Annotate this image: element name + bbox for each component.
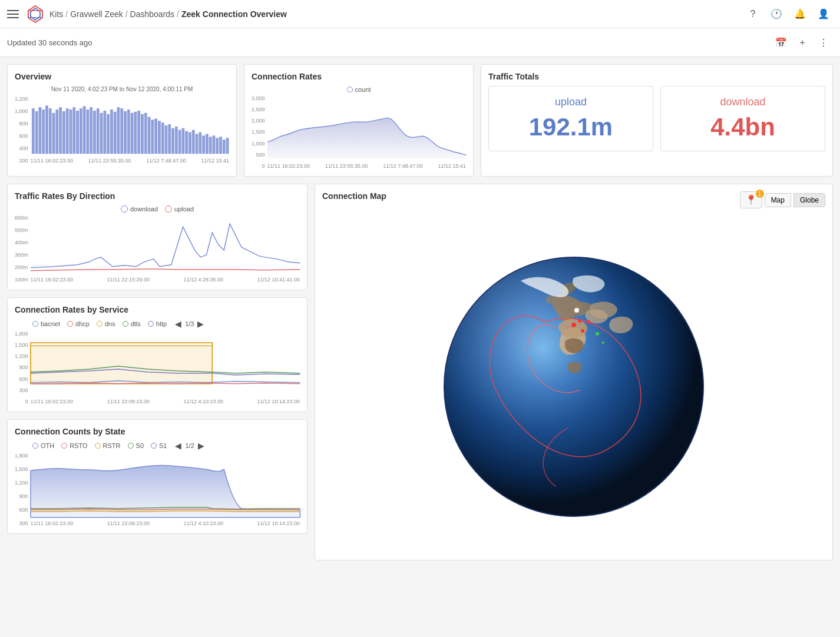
svg-rect-45 (171, 128, 174, 154)
svg-rect-22 (93, 111, 96, 154)
svg-rect-57 (212, 135, 215, 154)
upload-card: upload 192.1m (488, 86, 653, 151)
main-content: Overview Nov 11 2020, 4:02:23 PM to Nov … (0, 57, 840, 568)
svg-rect-43 (164, 125, 167, 154)
svg-rect-38 (147, 117, 150, 154)
right-column: Connection Map 📍 1 Map Globe (315, 184, 833, 560)
svg-rect-46 (174, 127, 177, 154)
state-chart: 11/11 16:02:23.00 11/11 22:06:23.00 11/1… (31, 453, 300, 526)
breadcrumb: Kits / Gravwell Zeek / Dashboards / Zeek… (49, 9, 287, 19)
breadcrumb-kits[interactable]: Kits (49, 9, 63, 19)
svg-point-69 (581, 329, 584, 333)
legend-rstr: RSTR (95, 442, 121, 449)
traffic-totals-panel: Traffic Totals upload 192.1m download 4.… (481, 64, 833, 177)
overview-date-range: Nov 11 2020, 4:02:23 PM to Nov 12 2020, … (15, 86, 229, 92)
svg-rect-9 (48, 108, 51, 154)
overview-title: Overview (15, 72, 229, 81)
svg-rect-7 (42, 110, 45, 154)
svg-rect-5 (35, 111, 38, 154)
service-y-axis: 1,8001,5001,2009006003000 (15, 331, 31, 404)
notifications-icon[interactable]: 🔔 (791, 5, 809, 24)
service-time-labels: 11/11 16:02:23.00 11/11 22:06:23.00 11/1… (31, 399, 300, 404)
upload-value: 192.1m (498, 113, 643, 141)
header: Kits / Gravwell Zeek / Dashboards / Zeek… (0, 0, 840, 28)
svg-rect-15 (69, 110, 72, 154)
download-card: download 4.4bn (660, 86, 825, 151)
traffic-rates-chart: 11/11 16:02:23.00 11/11 22:15:29.00 11/1… (31, 215, 300, 283)
legend-http: http (148, 320, 167, 327)
svg-rect-54 (202, 135, 205, 154)
connection-counts-state-title: Connection Counts by State (15, 427, 300, 436)
menu-button[interactable] (7, 10, 19, 18)
svg-rect-40 (154, 118, 157, 154)
svg-rect-25 (103, 111, 106, 154)
state-y-axis: 1,8001,5001,200900600300 (15, 453, 31, 526)
download-label: download (670, 96, 815, 108)
svg-rect-8 (45, 105, 48, 154)
overview-chart-container: 1,2001,000800600400200 (15, 96, 229, 164)
svg-rect-41 (158, 121, 161, 154)
svg-rect-24 (100, 113, 102, 154)
svg-rect-58 (216, 138, 219, 154)
state-legend: OTH RSTO RSTR S0 (15, 441, 300, 450)
breadcrumb-dashboards[interactable]: Dashboards (130, 9, 175, 19)
help-icon[interactable]: ? (743, 5, 762, 24)
legend-count: count (347, 86, 371, 93)
download-value: 4.4bn (670, 113, 815, 141)
upload-label: upload (498, 96, 643, 108)
overview-time-labels: 11/11 16:02:23.00 11/11 23:55:35.00 11/1… (31, 158, 229, 164)
legend-upload: upload (165, 205, 194, 213)
user-icon[interactable]: 👤 (814, 5, 833, 24)
breadcrumb-gravwell-zeek[interactable]: Gravwell Zeek (70, 9, 123, 19)
subheader-actions: 📅 ＋ ⋮ (772, 33, 833, 52)
svg-rect-18 (79, 108, 82, 154)
globe-button[interactable]: Globe (793, 193, 825, 207)
svg-rect-17 (76, 111, 79, 154)
legend-s0: S0 (128, 442, 144, 449)
svg-rect-37 (144, 113, 147, 154)
state-chart-container: 1,8001,5001,200900600300 (15, 453, 300, 526)
add-button[interactable]: ＋ (793, 33, 812, 52)
subheader: Updated 30 seconds ago 📅 ＋ ⋮ (0, 28, 840, 57)
map-pin-button[interactable]: 📍 1 (740, 191, 762, 208)
svg-rect-52 (195, 134, 198, 154)
svg-rect-31 (124, 111, 127, 154)
connection-rates-panel: Connection Rates count 3,0002,5002,0001,… (244, 64, 474, 177)
svg-rect-51 (191, 130, 194, 154)
svg-rect-13 (62, 111, 65, 154)
clock-icon[interactable]: 🕐 (767, 5, 786, 24)
map-pin-badge: 1 (756, 190, 764, 198)
svg-point-74 (602, 341, 604, 344)
svg-rect-33 (130, 113, 133, 154)
service-prev-page[interactable]: ◀ (174, 319, 183, 329)
connection-rates-title: Connection Rates (252, 72, 466, 81)
state-next-page[interactable]: ▶ (197, 441, 206, 450)
svg-rect-27 (110, 110, 113, 154)
calendar-button[interactable]: 📅 (772, 33, 791, 52)
svg-rect-10 (52, 113, 55, 154)
svg-rect-11 (55, 110, 58, 154)
map-button[interactable]: Map (765, 193, 791, 207)
state-prev-page[interactable]: ◀ (174, 441, 183, 450)
more-options-button[interactable]: ⋮ (814, 33, 833, 52)
svg-rect-14 (65, 108, 68, 154)
overview-chart: 11/11 16:02:23.00 11/11 23:55:35.00 11/1… (31, 96, 229, 164)
svg-rect-60 (222, 140, 225, 154)
svg-rect-49 (185, 131, 188, 154)
svg-rect-61 (226, 138, 229, 154)
svg-point-75 (574, 308, 579, 313)
svg-rect-21 (90, 107, 92, 154)
globe-container (322, 218, 825, 556)
svg-rect-53 (199, 132, 201, 154)
traffic-rates-time-labels: 11/11 16:02:23.00 11/11 22:15:29.00 11/1… (31, 277, 300, 283)
legend-s1: S1 (151, 442, 167, 449)
service-next-page[interactable]: ▶ (196, 319, 205, 329)
svg-rect-16 (72, 107, 75, 154)
legend-rsto: RSTO (61, 442, 87, 449)
connection-rates-chart: 11/11 16:02:23.00 11/11 23:55:35.00 11/1… (267, 95, 466, 169)
connection-rates-service-title: Connection Rates by Service (15, 305, 300, 314)
svg-rect-35 (137, 111, 140, 154)
svg-rect-59 (219, 137, 222, 154)
breadcrumb-sep-2: / (125, 9, 128, 19)
overview-y-axis: 1,2001,000800600400200 (15, 96, 31, 164)
